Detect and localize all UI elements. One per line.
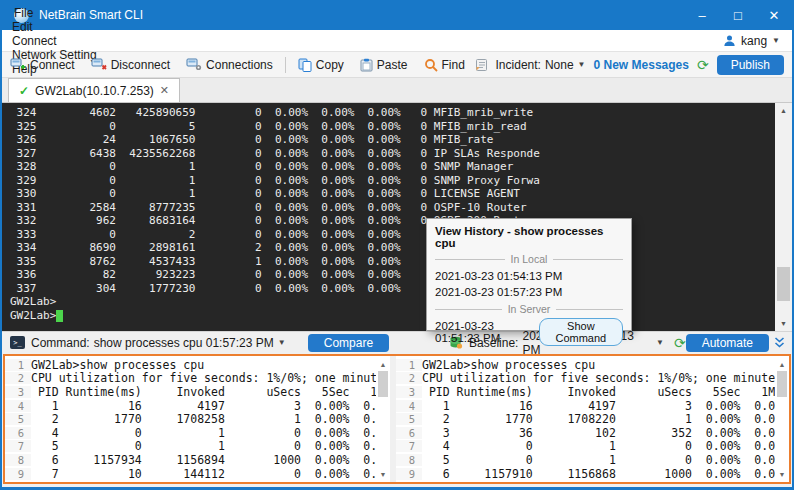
line-number: 8: [5, 454, 31, 466]
menu-item-file[interactable]: File: [2, 6, 107, 20]
terminal-line: 329 0 1 0 0.00% 0.00% 0.00% 0 SNMP Proxy…: [10, 174, 772, 188]
show-command-button[interactable]: Show Command: [539, 318, 623, 346]
scroll-up-icon[interactable]: ▲: [376, 358, 390, 370]
chevron-down-icon: ▼: [278, 338, 286, 347]
terminal-line: 334 8690 2898161 2 0.00% 0.00% 0.00%: [10, 241, 772, 255]
line-number: 4: [5, 400, 31, 412]
pane-line: 1GW2Lab>show processes cpu: [5, 358, 376, 372]
terminal[interactable]: 324 4602 425890659 0 0.00% 0.00% 0.00% 0…: [2, 103, 792, 331]
collapse-chevron-icon[interactable]: [773, 336, 786, 349]
title-bar: NetBrain Smart CLI – □ ✕: [2, 0, 792, 30]
pane-line-text: 3 36 102 352 0.00% 0.08%: [422, 426, 789, 440]
line-number: 6: [5, 427, 31, 439]
line-number: 2: [5, 372, 31, 384]
copy-button[interactable]: Copy: [290, 52, 352, 77]
scroll-up-icon[interactable]: ▲: [775, 103, 792, 118]
toolbar: Connect Disconnect Connections Copy Pas: [2, 52, 792, 78]
user-menu[interactable]: kang ▼: [723, 34, 792, 48]
pane-line: 5 2 1770 1708258 1 0.00% 0.00%: [5, 412, 376, 426]
paste-button[interactable]: Paste: [352, 52, 416, 77]
compare-pane-right[interactable]: 1GW2Lab>show processes cpu2CPU utilizati…: [396, 356, 789, 482]
automate-button[interactable]: Automate: [686, 334, 769, 352]
line-number: 9: [5, 468, 31, 480]
scroll-down-icon[interactable]: ▼: [376, 468, 390, 480]
incident-dropdown[interactable]: Incident: None ▼: [496, 58, 586, 72]
line-number: 1: [5, 359, 31, 371]
publish-button[interactable]: Publish: [717, 55, 784, 75]
terminal-line: 331 2584 8777235 0 0.00% 0.00% 0.00% 0 O…: [10, 201, 772, 215]
command-value: show processes cpu 01:57:23 PM: [94, 336, 274, 350]
chevron-down-icon: ▼: [656, 338, 664, 347]
local-history-time[interactable]: 2021-03-23 01:57:23 PM: [435, 284, 623, 300]
compare-button[interactable]: Compare: [308, 334, 389, 352]
scrollbar-thumb[interactable]: [777, 267, 790, 301]
right-pane-scrollbar[interactable]: ▲ ▼: [775, 356, 789, 482]
line-number: 4: [396, 400, 422, 412]
new-messages-link[interactable]: 0 New Messages: [594, 58, 689, 72]
terminal-line: 337 304 1777230 0 0.00% 0.00% 0.00%: [10, 282, 772, 296]
pane-line-text: 5 0 1 0 0.00% 0.00%: [422, 453, 789, 467]
compare-panes-container: 1GW2Lab>show processes cpu2CPU utilizati…: [3, 354, 791, 484]
user-icon: [723, 34, 736, 47]
incident-icon: [475, 58, 488, 72]
app-window: NetBrain Smart CLI – □ ✕ FileEditConnect…: [0, 0, 794, 490]
menu-bar: FileEditConnectNetwork SettingHelp kang …: [2, 30, 792, 52]
connected-check-icon: ✓: [19, 84, 29, 98]
line-number: 5: [5, 413, 31, 425]
refresh-icon[interactable]: ⟳: [697, 58, 709, 72]
pane-line-text: PID Runtime(ms) Invoked uSecs 5Sec 1Min: [422, 385, 789, 399]
in-server-divider: In Server: [435, 303, 623, 315]
pane-line: 6 4 0 1 0 0.00% 0.00%: [5, 426, 376, 440]
line-number: 9: [396, 468, 422, 480]
pane-line: 1GW2Lab>show processes cpu: [396, 358, 775, 372]
scroll-down-icon[interactable]: ▼: [775, 316, 792, 331]
in-local-divider: In Local: [435, 253, 623, 265]
scroll-down-icon[interactable]: ▼: [775, 468, 789, 480]
find-button[interactable]: Find: [416, 52, 473, 77]
line-number: 6: [396, 427, 422, 439]
scrollbar-thumb[interactable]: [378, 371, 388, 397]
minimize-button[interactable]: –: [684, 0, 720, 30]
menu-item-connect[interactable]: Connect: [2, 34, 107, 48]
scrollbar-thumb[interactable]: [777, 371, 787, 397]
user-name: kang: [741, 34, 767, 48]
copy-label: Copy: [316, 58, 344, 72]
pane-line-text: 6 1157910 1156868 1000 0.00% 0.01%: [422, 467, 789, 481]
disconnect-button[interactable]: Disconnect: [83, 52, 178, 77]
connect-icon: [10, 58, 26, 71]
pane-line-text: 4 0 1 0 0.00% 0.00%: [422, 439, 789, 453]
pane-line-text: 2 1770 1708220 1 0.00% 0.00%: [422, 412, 789, 426]
menu-item-edit[interactable]: Edit: [2, 20, 107, 34]
connections-icon: [186, 58, 202, 71]
terminal-line: 330 0 1 0 0.00% 0.00% 0.00% 0 LICENSE AG…: [10, 187, 772, 201]
connect-button[interactable]: Connect: [2, 52, 83, 77]
terminal-prompt: GW2Lab>: [10, 309, 772, 323]
line-number: 1: [396, 359, 422, 371]
close-button[interactable]: ✕: [756, 0, 792, 30]
copy-icon: [298, 58, 312, 72]
baseline-refresh-icon[interactable]: ⟳: [674, 336, 686, 350]
command-dropdown[interactable]: Command: show processes cpu 01:57:23 PM …: [31, 332, 286, 353]
pane-line-text: 6 1157934 1156894 1000 0.00% 0.00%: [31, 453, 390, 467]
scroll-up-icon[interactable]: ▲: [775, 358, 789, 370]
maximize-button[interactable]: □: [720, 0, 756, 30]
line-number: 7: [396, 440, 422, 452]
terminal-prompt: GW2Lab>: [10, 295, 772, 309]
server-history-time[interactable]: 2021-03-23 01:51:23 PM: [435, 318, 539, 346]
pane-line-text: 4 0 1 0 0.00% 0.00%: [31, 426, 390, 440]
command-label: Command:: [31, 336, 90, 350]
connections-button[interactable]: Connections: [178, 52, 281, 77]
local-history-time[interactable]: 2021-03-23 01:54:13 PM: [435, 268, 623, 284]
tab-gw2lab[interactable]: ✓ GW2Lab(10.10.7.253) ✕: [8, 78, 180, 102]
pane-line-text: CPU utilization for five seconds: 1%/0%;…: [422, 371, 789, 385]
pane-line: 9 6 1157910 1156868 1000 0.00% 0.01%: [396, 467, 775, 481]
pane-line: 5 2 1770 1708220 1 0.00% 0.00%: [396, 412, 775, 426]
left-pane-scrollbar[interactable]: ▲ ▼: [376, 356, 390, 482]
line-number: 8: [396, 454, 422, 466]
pane-line: 3 PID Runtime(ms) Invoked uSecs 5Sec 1Mi…: [5, 385, 376, 399]
compare-pane-left[interactable]: 1GW2Lab>show processes cpu2CPU utilizati…: [5, 356, 390, 482]
pane-line: 9 7 10 144112 0 0.00% 0.00%: [5, 467, 376, 481]
tab-close-icon[interactable]: ✕: [160, 84, 169, 97]
terminal-scrollbar[interactable]: ▲ ▼: [775, 103, 792, 331]
pane-line-text: 1 16 4197 3 0.00% 0.00%: [31, 399, 390, 413]
